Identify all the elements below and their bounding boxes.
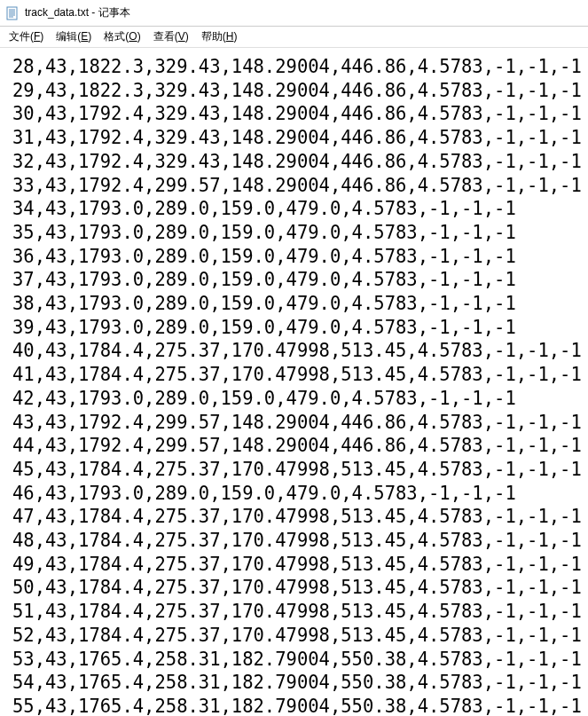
menu-bar: 文件(F) 编辑(E) 格式(O) 查看(V) 帮助(H) xyxy=(0,27,588,48)
menu-edit[interactable]: 编辑(E) xyxy=(56,29,91,44)
menu-view[interactable]: 查看(V) xyxy=(153,29,189,44)
notepad-icon xyxy=(5,6,20,20)
menu-format[interactable]: 格式(O) xyxy=(104,29,140,44)
menu-file[interactable]: 文件(F) xyxy=(9,29,43,44)
window-title: track_data.txt - 记事本 xyxy=(25,5,130,20)
menu-help[interactable]: 帮助(H) xyxy=(201,29,238,44)
title-bar: track_data.txt - 记事本 xyxy=(0,0,588,27)
text-area[interactable]: 28,43,1822.3,329.43,148.29004,446.86,4.5… xyxy=(0,48,588,716)
